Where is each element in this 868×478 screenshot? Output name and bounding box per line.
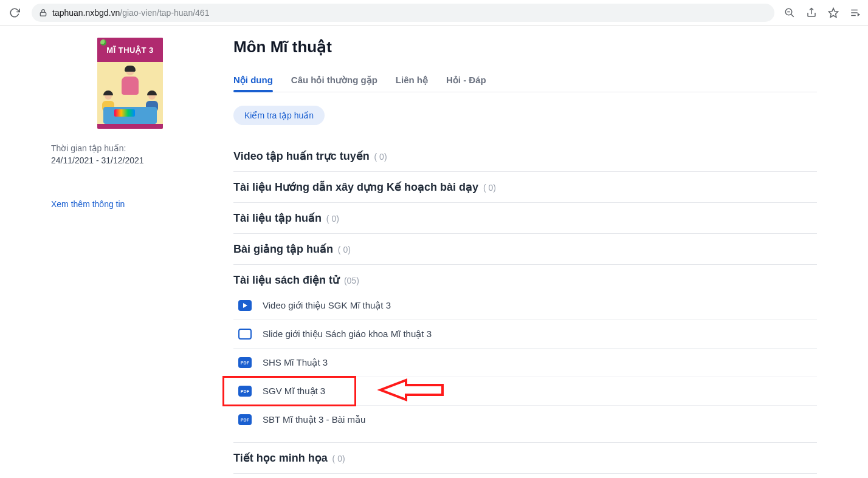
browser-toolbar: taphuan.nxbgd.vn/giao-vien/tap-huan/461 — [0, 0, 868, 26]
reload-icon — [9, 7, 20, 18]
resource-label: SGV Mĩ thuật 3 — [263, 386, 325, 397]
section-3: Bài giảng tập huấn ( 0) — [233, 234, 817, 265]
tab-1[interactable]: Câu hỏi thường gặp — [291, 69, 377, 92]
section-title: Bài giảng tập huấn — [233, 243, 333, 255]
section-5: Tiết học minh họa ( 0) — [233, 443, 817, 474]
resource-label: SHS Mĩ Thuật 3 — [263, 357, 328, 368]
tab-2[interactable]: Liên hệ — [396, 69, 428, 92]
section-count: (05) — [342, 276, 359, 285]
pdf-icon: PDF — [238, 414, 252, 425]
video-icon — [238, 300, 252, 311]
resource-item[interactable]: PDFSBT Mĩ thuật 3 - Bài mẫu — [233, 406, 817, 434]
reading-list-icon — [850, 7, 861, 18]
url-host: taphuan.nxbgd.vn — [52, 8, 120, 18]
browser-actions — [783, 6, 862, 19]
svg-rect-0 — [40, 12, 46, 16]
resource-label: SBT Mĩ thuật 3 - Bài mẫu — [263, 414, 365, 425]
section-count: ( 0) — [481, 183, 496, 193]
resource-item[interactable]: PDFSGV Mĩ thuật 3 — [233, 377, 817, 406]
url-text: taphuan.nxbgd.vn/giao-vien/tap-huan/461 — [52, 8, 209, 18]
resource-item[interactable]: Video giới thiệu SGK Mĩ thuật 3 — [233, 292, 817, 320]
section-2: Tài liệu tập huấn ( 0) — [233, 203, 817, 234]
zoom-out-icon — [784, 7, 795, 18]
course-tabs: Nội dungCâu hỏi thường gặpLiên hệHỏi - Đ… — [233, 69, 817, 92]
section-title: Tài liệu sách điện tử — [233, 274, 339, 286]
section-count: ( 0) — [330, 454, 345, 463]
section-title: Tài liệu Hướng dẫn xây dựng Kế hoạch bài… — [233, 181, 478, 193]
svg-line-2 — [791, 14, 794, 17]
zoom-out-button[interactable] — [783, 6, 796, 19]
page-title: Môn Mĩ thuật — [233, 38, 817, 56]
pdf-icon: PDF — [238, 386, 252, 397]
section-1: Tài liệu Hướng dẫn xây dựng Kế hoạch bài… — [233, 172, 817, 203]
book-cover-image: MĨ THUẬT 3 — [97, 38, 163, 129]
section-title: Tài liệu tập huấn — [233, 212, 322, 224]
pdf-icon: PDF — [238, 357, 252, 368]
section-title: Video tập huấn trực tuyến — [233, 150, 370, 162]
course-sidebar: MĨ THUẬT 3 Thời gian tập huấn: 24/11/202… — [51, 38, 221, 474]
training-time-label: Thời gian tập huấn: — [51, 143, 209, 153]
reading-list-button[interactable] — [849, 6, 862, 19]
page-content: MĨ THUẬT 3 Thời gian tập huấn: 24/11/202… — [51, 26, 817, 478]
resource-label: Slide giới thiệu Sách giáo khoa Mĩ thuật… — [263, 329, 432, 340]
svg-marker-5 — [829, 8, 838, 17]
training-time-value: 24/11/2021 - 31/12/2021 — [51, 155, 209, 165]
resource-item[interactable]: Slide giới thiệu Sách giáo khoa Mĩ thuật… — [233, 320, 817, 349]
lock-icon — [39, 9, 47, 17]
resource-label: Video giới thiệu SGK Mĩ thuật 3 — [263, 300, 391, 311]
section-items: Video giới thiệu SGK Mĩ thuật 3Slide giớ… — [233, 292, 817, 434]
share-button[interactable] — [805, 6, 818, 19]
resource-item[interactable]: PDFSHS Mĩ Thuật 3 — [233, 349, 817, 377]
share-icon — [806, 7, 817, 18]
section-0: Video tập huấn trực tuyến ( 0) — [233, 141, 817, 172]
star-icon — [828, 7, 839, 18]
course-sections: Video tập huấn trực tuyến ( 0)Tài liệu H… — [233, 141, 817, 474]
cover-title: MĨ THUẬT 3 — [97, 38, 163, 62]
course-main: Môn Mĩ thuật Nội dungCâu hỏi thường gặpL… — [221, 38, 817, 474]
section-count: ( 0) — [372, 152, 387, 162]
reload-button[interactable] — [6, 4, 23, 21]
tab-3[interactable]: Hỏi - Đáp — [446, 69, 486, 92]
section-4: Tài liệu sách điện tử (05)Video giới thi… — [233, 265, 817, 443]
slide-icon — [238, 329, 252, 340]
section-count: ( 0) — [336, 245, 351, 254]
course-cover: MĨ THUẬT 3 — [51, 38, 209, 129]
exam-chip[interactable]: Kiểm tra tập huấn — [233, 106, 325, 125]
more-info-link[interactable]: Xem thêm thông tin — [51, 199, 209, 209]
section-count: ( 0) — [324, 214, 339, 224]
tab-0[interactable]: Nội dung — [233, 69, 273, 92]
arrow-annotation — [377, 377, 444, 406]
url-path: /giao-vien/tap-huan/461 — [120, 8, 209, 18]
section-title: Tiết học minh họa — [233, 452, 328, 464]
bookmark-button[interactable] — [827, 6, 840, 19]
address-bar[interactable]: taphuan.nxbgd.vn/giao-vien/tap-huan/461 — [32, 4, 774, 22]
svg-marker-9 — [243, 303, 247, 308]
